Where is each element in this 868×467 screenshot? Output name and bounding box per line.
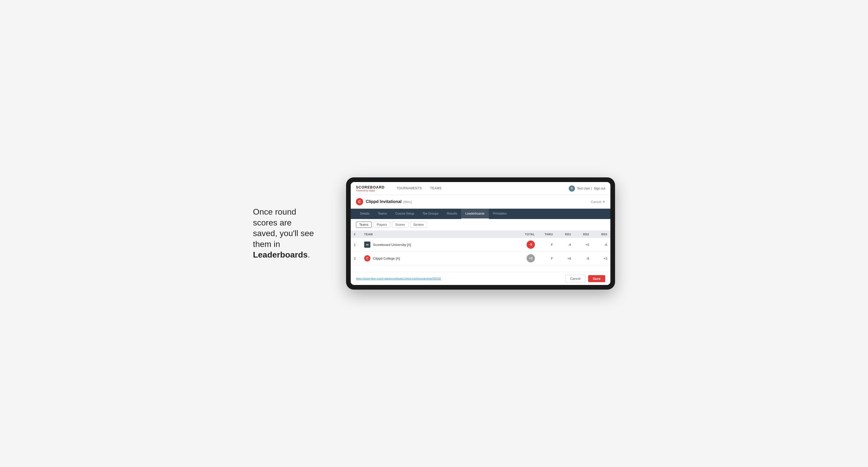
tablet-screen: SCOREBOARD Powered by clippd TOURNAMENTS… bbox=[351, 182, 610, 285]
tab-results[interactable]: Results bbox=[442, 209, 461, 219]
tournament-header: C Clippd Invitational (Men) Cancel ✕ bbox=[351, 195, 610, 209]
col-team: TEAM bbox=[361, 231, 517, 238]
row1-team-info: SB Scoreboard University [A] bbox=[364, 242, 514, 248]
row1-rank: 1 bbox=[351, 238, 361, 252]
row1-team-name: Scoreboard University [A] bbox=[373, 243, 411, 247]
row2-total-badge: +3 bbox=[527, 254, 535, 262]
desc-line4: them in bbox=[253, 240, 280, 249]
desc-line2: scores are bbox=[253, 218, 291, 227]
row1-total-badge: -5 bbox=[527, 241, 535, 249]
tab-printables[interactable]: Printables bbox=[489, 209, 511, 219]
row2-total: +3 bbox=[517, 252, 538, 265]
brand-title: SCOREBOARD bbox=[356, 185, 384, 189]
col-total: TOTAL bbox=[517, 231, 538, 238]
filter-teams-btn[interactable]: Teams bbox=[356, 222, 372, 228]
tournament-logo: C bbox=[356, 198, 363, 205]
footer-url: https://stage-blue-coach.stagescoreboard… bbox=[356, 277, 441, 280]
tournament-name: Clippd Invitational bbox=[366, 199, 402, 204]
row2-team-logo: C bbox=[364, 255, 370, 261]
row1-total: -5 bbox=[517, 238, 538, 252]
footer-cancel-btn[interactable]: Cancel bbox=[565, 275, 585, 282]
brand-subtitle: Powered by clippd bbox=[356, 189, 384, 192]
row2-thru: F bbox=[538, 252, 556, 265]
desc-line5-bold: Leaderboards bbox=[253, 250, 308, 259]
tab-course-setup[interactable]: Course Setup bbox=[391, 209, 418, 219]
row1-thru: F bbox=[538, 238, 556, 252]
nav-right: S Test User | Sign out bbox=[569, 185, 605, 192]
close-icon: ✕ bbox=[602, 200, 605, 204]
tablet-device: SCOREBOARD Powered by clippd TOURNAMENTS… bbox=[346, 177, 615, 290]
nav-teams[interactable]: TEAMS bbox=[426, 182, 446, 195]
tournament-cancel-btn[interactable]: Cancel ✕ bbox=[591, 200, 605, 204]
top-nav: SCOREBOARD Powered by clippd TOURNAMENTS… bbox=[351, 182, 610, 195]
sign-out-link[interactable]: Sign out bbox=[594, 187, 605, 190]
desc-line3: saved, you'll see bbox=[253, 228, 314, 238]
left-description: Once round scores are saved, you'll see … bbox=[253, 207, 331, 260]
row2-rank: 2 bbox=[351, 252, 361, 265]
row1-rd2: +5 bbox=[574, 238, 592, 252]
nav-tournaments[interactable]: TOURNAMENTS bbox=[392, 182, 426, 195]
table-header-row: # TEAM TOTAL THRU bbox=[351, 231, 610, 238]
filter-strokes-btn[interactable]: Strokes bbox=[410, 222, 427, 228]
col-rank: # bbox=[351, 231, 361, 238]
table-row: 2 C Clippd College [A] +3 F bbox=[351, 252, 610, 265]
user-avatar: S bbox=[569, 185, 575, 192]
footer-save-btn[interactable]: Save bbox=[588, 275, 605, 282]
tab-teams[interactable]: Teams bbox=[374, 209, 391, 219]
leaderboard-table: # TEAM TOTAL THRU bbox=[351, 231, 610, 265]
tab-tee-groups[interactable]: Tee Groups bbox=[418, 209, 442, 219]
user-label: Test User | bbox=[577, 187, 592, 190]
desc-line5-end: . bbox=[308, 250, 310, 259]
row2-team-name: Clippd College [A] bbox=[373, 256, 400, 260]
tournament-gender: (Men) bbox=[403, 200, 412, 204]
page-wrapper: Once round scores are saved, you'll see … bbox=[253, 177, 615, 290]
row2-team-cell: C Clippd College [A] bbox=[361, 252, 517, 265]
col-rd1: RD1 bbox=[556, 231, 574, 238]
row2-rd2: -8 bbox=[574, 252, 592, 265]
footer-actions: Cancel Save bbox=[565, 275, 605, 282]
filter-players-btn[interactable]: Players bbox=[373, 222, 390, 228]
row1-rd1: -4 bbox=[556, 238, 574, 252]
filter-scores-btn[interactable]: Scores bbox=[392, 222, 408, 228]
col-rd3: RD3 bbox=[592, 231, 610, 238]
row1-team-cell: SB Scoreboard University [A] bbox=[361, 238, 517, 252]
brand-logo: SCOREBOARD Powered by clippd bbox=[356, 185, 384, 192]
col-rd2: RD2 bbox=[574, 231, 592, 238]
filter-bar: Teams Players Scores Strokes bbox=[351, 219, 610, 231]
row2-rd3: +3 bbox=[592, 252, 610, 265]
tab-details[interactable]: Details bbox=[356, 209, 374, 219]
row2-team-info: C Clippd College [A] bbox=[364, 255, 514, 261]
sub-tabs-bar: Details Teams Course Setup Tee Groups Re… bbox=[351, 209, 610, 219]
row1-rd3: -6 bbox=[592, 238, 610, 252]
tab-leaderboards[interactable]: Leaderboards bbox=[461, 209, 489, 219]
col-thru: THRU bbox=[538, 231, 556, 238]
page-footer: https://stage-blue-coach.stagescoreboard… bbox=[351, 272, 610, 285]
row2-rd1: +8 bbox=[556, 252, 574, 265]
table-row: 1 SB Scoreboard University [A] -5 F bbox=[351, 238, 610, 252]
row1-team-logo: SB bbox=[364, 242, 370, 248]
main-nav-links: TOURNAMENTS TEAMS bbox=[392, 182, 569, 195]
desc-line1: Once round bbox=[253, 207, 296, 216]
leaderboard-content: # TEAM TOTAL THRU bbox=[351, 231, 610, 272]
